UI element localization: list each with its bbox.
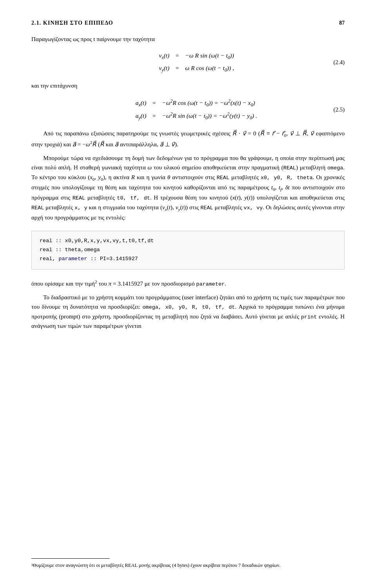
para3-block: όπου ορίσαμε και την τιμή2 του π = 3.141…: [31, 278, 345, 289]
eq-vy-sign: =: [174, 63, 181, 73]
eq-ax-row: ax(t) = −ω2R cos (ω(t − t0)) = −ω2(x(t) …: [119, 98, 255, 109]
para4-text: Το διαδραστικό με το χρήστη κομμάτι του …: [31, 293, 345, 331]
eq-ax-sign: =: [150, 98, 158, 108]
inline-code-vxvy: vx, vy: [244, 205, 263, 211]
page-header: 2.1. ΚΙΝΗΣΗ ΣΤΟ ΕΠΙΠΕΔΟ 87: [31, 19, 345, 27]
inline-code-parameter: parameter: [196, 281, 225, 287]
eq-vx-row: vx(t) = −ω R sin (ω(t − t0)): [142, 51, 234, 61]
inline-code-print: print: [301, 314, 317, 320]
eq-25-label: (2.5): [333, 105, 345, 114]
equation-2-4: vx(t) = −ω R sin (ω(t − t0)) vy(t) = ω R…: [31, 51, 345, 74]
eq-vx-rhs: −ω R sin (ω(t − t0)): [185, 51, 234, 61]
inline-code-vars1: x0, y0, R, theta: [260, 175, 313, 181]
eq-2-4-content: vx(t) = −ω R sin (ω(t − t0)) vy(t) = ω R…: [142, 51, 234, 74]
footnote-divider: [31, 558, 110, 559]
para1-text: Από τις παραπάνω εξισώσεις παρατηρούμε τ…: [31, 129, 345, 149]
eq-24-label: (2.4): [333, 58, 345, 67]
eq-vy-lhs: vy(t): [142, 63, 170, 74]
eq-ay-row: ay(t) = −ω2R sin (ω(t − t0)) = −ω2(y(t) …: [119, 111, 257, 122]
eq-vx-sign: =: [174, 51, 181, 60]
inline-code-real4: REAL: [31, 205, 44, 211]
code-line3-param: parameter: [59, 256, 87, 262]
para3-text: όπου ορίσαμε και την τιμή2 του π = 3.141…: [31, 278, 345, 289]
eq-vy-row: vy(t) = ω R cos (ω(t − t0)) ,: [142, 63, 234, 74]
code-line2: real: [40, 247, 52, 253]
page: 2.1. ΚΙΝΗΣΗ ΣΤΟ ΕΠΙΠΕΔΟ 87 Παραγωγίζοντα…: [0, 0, 376, 588]
chapter-title: 2.1. ΚΙΝΗΣΗ ΣΤΟ ΕΠΙΠΕΔΟ: [31, 19, 113, 27]
code-block: real :: x0,y0,R,x,y,vx,vy,t,t0,tf,dt rea…: [31, 231, 345, 270]
intro-paragraph: Παραγωγίζοντας ως προς t παίρνουμε την τ…: [31, 34, 345, 44]
eq-ay-rhs: −ω2R sin (ω(t − t0)) = −ω2(y(t) − y0) .: [162, 111, 257, 122]
para4-block: Το διαδραστικό με το χρήστη κομμάτι του …: [31, 293, 345, 331]
eq-2-5-content: ax(t) = −ω2R cos (ω(t − t0)) = −ω2(x(t) …: [119, 98, 257, 122]
para1-block: Από τις παραπάνω εξισώσεις παρατηρούμε τ…: [31, 129, 345, 149]
footnote-text: ²Θυμίζουμε στον αναγνώστη ότι οι μεταβλη…: [31, 562, 345, 569]
acceleration-intro-text: και την επιτάχυνση: [31, 81, 345, 90]
footnote-section: ²Θυμίζουμε στον αναγνώστη ότι οι μεταβλη…: [31, 550, 345, 569]
section-body: Παραγωγίζοντας ως προς t παίρνουμε την τ…: [31, 34, 345, 44]
inline-code-params: omega, x0, y0, R, t0, tf, dt: [143, 304, 235, 310]
eq-ay-lhs: ay(t): [119, 111, 146, 122]
inline-code-real3: REAL: [72, 195, 85, 201]
eq-ax-rhs: −ω2R cos (ω(t − t0)) = −ω2(x(t) − x0): [162, 98, 255, 109]
inline-code-real5: REAL: [201, 205, 213, 211]
inline-code-real2: REAL: [217, 175, 229, 181]
inline-code-vars2: t0, tf, dt: [117, 195, 150, 201]
para2-block: Μπορούμε τώρα να σχεδιάσουμε τη δομή των…: [31, 153, 345, 223]
eq-vy-rhs: ω R cos (ω(t − t0)) ,: [185, 63, 234, 74]
eq-vx-lhs: vx(t): [142, 51, 170, 61]
acceleration-intro: και την επιτάχυνση: [31, 81, 345, 90]
para2-text: Μπορούμε τώρα να σχεδιάσουμε τη δομή των…: [31, 153, 345, 223]
eq-ay-sign: =: [150, 111, 158, 120]
inline-code-real1: REAL: [283, 165, 296, 171]
inline-code-omega: omega: [327, 165, 343, 171]
page-number: 87: [339, 19, 345, 27]
code-line3-real: real: [40, 256, 52, 262]
inline-code-xy: x, y: [74, 205, 87, 211]
code-line1: real: [40, 238, 52, 244]
equation-2-5: ax(t) = −ω2R cos (ω(t − t0)) = −ω2(x(t) …: [31, 98, 345, 122]
eq-ax-lhs: ax(t): [119, 98, 146, 109]
footnote-ref: 2: [95, 279, 97, 284]
